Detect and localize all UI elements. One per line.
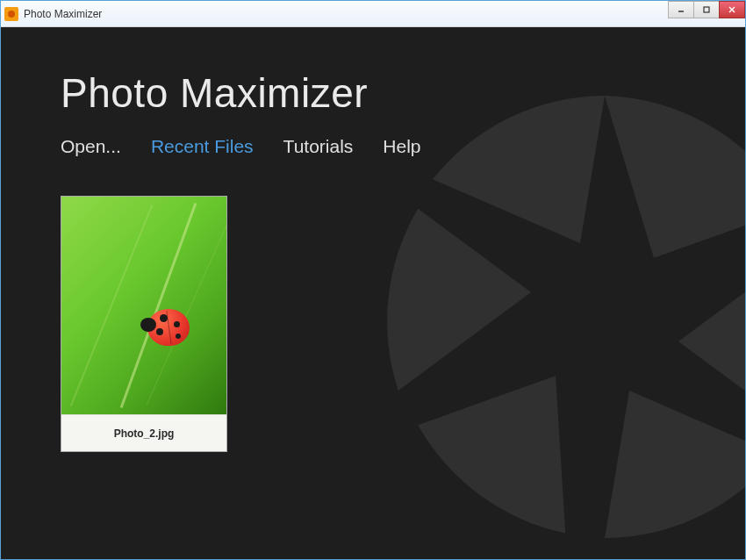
ladybug-icon [140, 305, 191, 348]
menu-open[interactable]: Open... [61, 136, 121, 157]
window-controls [669, 1, 745, 18]
app-title: Photo Maximizer [61, 69, 745, 117]
main-menu: Open... Recent Files Tutorials Help [61, 136, 745, 157]
window-titlebar: Photo Maximizer [1, 1, 745, 27]
svg-rect-1 [704, 7, 709, 12]
thumbnail-filename: Photo_2.jpg [61, 414, 226, 451]
recent-files-grid: Photo_2.jpg [61, 196, 745, 452]
menu-help[interactable]: Help [383, 136, 420, 157]
close-button[interactable] [719, 1, 745, 18]
thumbnail-image [61, 197, 226, 414]
menu-tutorials[interactable]: Tutorials [283, 136, 354, 157]
window-title: Photo Maximizer [24, 8, 102, 20]
main-area: Photo Maximizer Open... Recent Files Tut… [1, 27, 745, 560]
menu-recent-files[interactable]: Recent Files [151, 136, 254, 157]
maximize-button[interactable] [693, 1, 720, 18]
minimize-button[interactable] [668, 1, 694, 18]
recent-file-thumbnail[interactable]: Photo_2.jpg [61, 196, 227, 452]
app-icon [4, 7, 18, 21]
